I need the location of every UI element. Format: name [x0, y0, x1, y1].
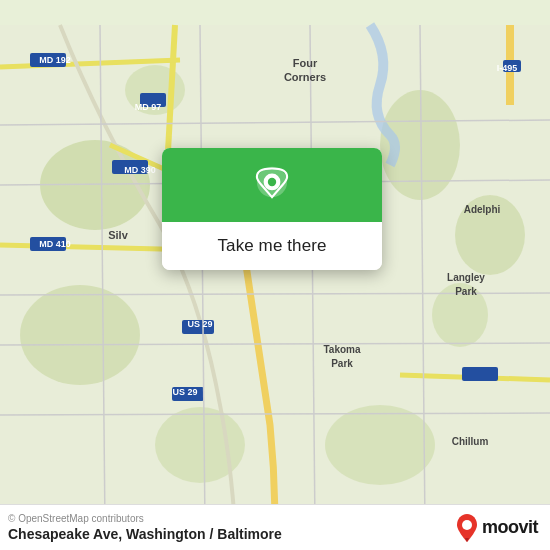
moovit-pin-icon	[456, 514, 478, 542]
svg-text:MD 192: MD 192	[39, 55, 71, 65]
bottom-left: © OpenStreetMap contributors Chesapeake …	[8, 513, 282, 542]
location-pin-icon	[251, 166, 293, 208]
svg-text:Chillum: Chillum	[452, 436, 489, 447]
popup-header	[162, 148, 382, 222]
svg-rect-16	[462, 367, 498, 381]
svg-text:Langley: Langley	[447, 272, 485, 283]
svg-text:Corners: Corners	[284, 71, 326, 83]
moovit-brand-text: moovit	[482, 517, 538, 538]
map-background: Four Corners MD 192 MD 97 MD 390 MD 410 …	[0, 0, 550, 550]
svg-text:Four: Four	[293, 57, 318, 69]
svg-text:Adelphi: Adelphi	[464, 204, 501, 215]
moovit-logo: moovit	[456, 514, 538, 542]
svg-text:Silv: Silv	[108, 229, 128, 241]
svg-text:US 29: US 29	[172, 387, 197, 397]
bottom-bar: © OpenStreetMap contributors Chesapeake …	[0, 504, 550, 550]
svg-point-7	[325, 405, 435, 485]
take-me-there-button[interactable]: Take me there	[162, 222, 382, 270]
svg-text:I-495: I-495	[497, 63, 518, 73]
svg-text:Park: Park	[455, 286, 477, 297]
copyright-text: © OpenStreetMap contributors	[8, 513, 282, 524]
svg-point-44	[268, 178, 276, 186]
svg-text:Park: Park	[331, 358, 353, 369]
svg-text:Takoma: Takoma	[323, 344, 360, 355]
location-label: Chesapeake Ave, Washington / Baltimore	[8, 526, 282, 542]
map-container: Four Corners MD 192 MD 97 MD 390 MD 410 …	[0, 0, 550, 550]
svg-text:MD 410: MD 410	[39, 239, 71, 249]
svg-text:US 29: US 29	[187, 319, 212, 329]
popup-card: Take me there	[162, 148, 382, 270]
svg-text:MD 97: MD 97	[135, 102, 162, 112]
svg-point-5	[20, 285, 140, 385]
svg-text:MD 390: MD 390	[124, 165, 156, 175]
svg-point-45	[462, 520, 472, 530]
